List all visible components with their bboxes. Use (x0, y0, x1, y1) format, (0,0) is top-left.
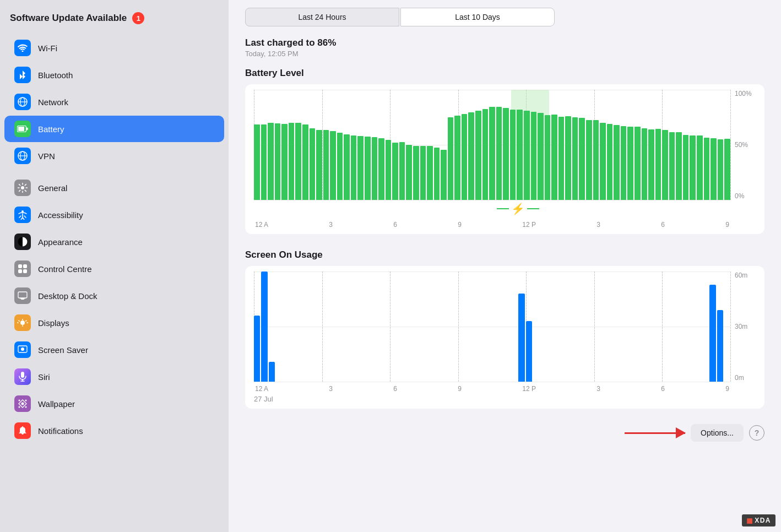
displays-icon (14, 314, 31, 331)
usage-bar (709, 285, 715, 382)
xda-watermark: ◼ XDA (742, 514, 775, 526)
sidebar-item-general[interactable]: General (4, 175, 224, 201)
accessibility-icon (14, 207, 31, 223)
notifications-label: Notifications (38, 426, 83, 436)
battery-bar (372, 137, 378, 200)
sidebar-item-network[interactable]: Network (4, 89, 224, 115)
wallpaper-label: Wallpaper (38, 399, 75, 409)
svg-rect-13 (18, 269, 22, 273)
ux-label-9p: 9 (725, 385, 729, 393)
appearance-icon (14, 234, 31, 250)
x-label-12a: 12 A (255, 221, 268, 229)
appearance-label: Appearance (38, 237, 83, 247)
sidebar-item-screensaver[interactable]: Screen Saver (4, 336, 224, 363)
desktop-icon (14, 287, 31, 304)
svg-point-26 (25, 400, 27, 401)
battery-label: Battery (38, 124, 64, 134)
charging-symbol: ⚡ (511, 202, 525, 215)
battery-bar (441, 150, 447, 200)
battery-bar (496, 107, 502, 200)
battery-bar (614, 125, 620, 200)
battery-bar (281, 124, 288, 200)
battery-bar (254, 124, 260, 200)
sidebar-item-displays[interactable]: Displays (4, 310, 224, 336)
usage-bar (518, 294, 524, 382)
sidebar-item-vpn[interactable]: VPN (4, 143, 224, 169)
x-label-9p: 9 (725, 221, 729, 229)
uy-label-60m: 60m (735, 272, 756, 279)
charging-line-right (527, 208, 539, 209)
control-icon (14, 260, 31, 277)
options-button[interactable]: Options... (691, 424, 744, 442)
sidebar-item-accessibility[interactable]: Accessibility (4, 202, 224, 228)
svg-point-28 (25, 406, 27, 408)
sidebar-item-control[interactable]: Control Centre (4, 256, 224, 282)
battery-bars (254, 90, 730, 200)
usage-bar (526, 321, 532, 382)
battery-bar (454, 116, 460, 200)
battery-bar (261, 124, 267, 200)
sidebar-item-wifi[interactable]: Wi-Fi (4, 35, 224, 61)
battery-bar (413, 146, 419, 200)
wifi-label: Wi-Fi (38, 44, 57, 53)
usage-bar (261, 272, 267, 382)
battery-bar (648, 129, 654, 200)
ux-label-9a: 9 (458, 385, 462, 393)
sidebar-item-wallpaper[interactable]: Wallpaper (4, 390, 224, 417)
help-button[interactable]: ? (749, 425, 764, 441)
x-label-3p: 3 (596, 221, 600, 229)
wifi-icon (14, 40, 31, 56)
last-charged-section: Last charged to 86% Today, 12:05 PM (245, 37, 764, 58)
battery-bar (697, 135, 703, 200)
battery-bar (510, 110, 516, 200)
tab-10d[interactable]: Last 10 Days (400, 8, 555, 26)
battery-bar (268, 123, 274, 200)
battery-bar (718, 139, 724, 200)
vpn-label: VPN (38, 151, 55, 161)
battery-bar (462, 114, 468, 200)
y-label-0: 0% (735, 192, 756, 200)
svg-point-20 (21, 348, 24, 351)
sidebar-item-bluetooth[interactable]: Bluetooth (4, 62, 224, 88)
svg-point-25 (19, 400, 20, 401)
battery-bar (704, 138, 710, 200)
grid-line-h (254, 382, 730, 382)
sidebar-item-desktop[interactable]: Desktop & Dock (4, 283, 224, 309)
battery-bar (357, 136, 364, 200)
sidebar-item-notifications[interactable]: Notifications (4, 417, 224, 444)
sidebar-item-appearance[interactable]: Appearance (4, 229, 224, 255)
usage-chart-area (254, 272, 730, 382)
svg-point-8 (21, 186, 24, 189)
y-label-100: 100% (735, 90, 756, 97)
svg-rect-21 (21, 372, 24, 378)
battery-bar (711, 138, 717, 200)
tab-24h[interactable]: Last 24 Hours (245, 8, 399, 26)
chart-date-label: 27 Jul (254, 395, 730, 403)
battery-y-labels: 100% 50% 0% (730, 90, 756, 200)
usage-bar (717, 310, 723, 382)
battery-bar (434, 148, 440, 200)
battery-bar (392, 143, 398, 200)
battery-bar (351, 135, 357, 200)
svg-rect-12 (23, 264, 27, 268)
y-label-50: 50% (735, 141, 756, 149)
bottom-bar: Options... ? (245, 424, 764, 442)
sidebar: Software Update Available 1 Wi-Fi Blueto… (0, 0, 229, 532)
usage-y-labels: 60m 30m 0m (730, 272, 756, 382)
battery-bar (427, 146, 433, 200)
battery-bar (551, 115, 557, 200)
sidebar-item-battery[interactable]: Battery (4, 116, 224, 142)
usage-chart-container: 12 A 3 6 9 12 P 3 6 9 27 Jul 60m 30m 0 (245, 266, 764, 409)
last-charged-title: Last charged to 86% (245, 37, 764, 48)
sidebar-item-siri[interactable]: Siri (4, 363, 224, 390)
battery-x-labels: 12 A 3 6 9 12 P 3 6 9 (254, 221, 730, 229)
control-label: Control Centre (38, 264, 92, 274)
battery-bar (337, 133, 343, 200)
battery-bar (634, 127, 641, 200)
battery-bar (724, 139, 730, 200)
general-label: General (38, 183, 67, 193)
battery-bar (482, 109, 489, 200)
ux-label-3p: 3 (596, 385, 600, 393)
battery-bar (579, 118, 585, 200)
usage-x-labels: 12 A 3 6 9 12 P 3 6 9 (254, 385, 730, 393)
